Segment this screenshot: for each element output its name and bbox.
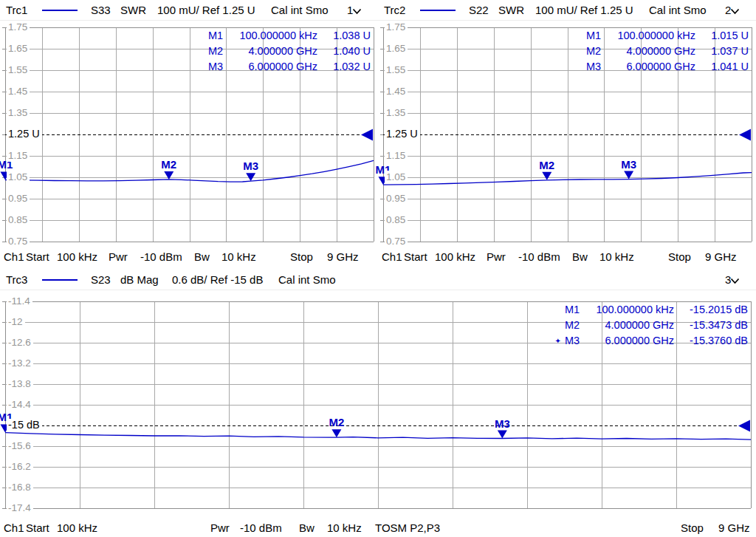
footer-item: Bw bbox=[299, 521, 315, 535]
footer-item: Stop bbox=[290, 250, 313, 264]
y-tick-label: 0.95 bbox=[7, 192, 30, 205]
footer-item: Pwr bbox=[109, 250, 128, 264]
footer-item: Ch1 bbox=[382, 250, 402, 264]
trace2-scale[interactable]: 100 mU/ Ref 1.25 U bbox=[535, 0, 633, 21]
footer-item: Ch1 bbox=[4, 521, 24, 535]
y-tick-label: 1.55 bbox=[7, 64, 30, 76]
marker-value: -15.2015 dB bbox=[680, 302, 748, 318]
marker-value: -15.3473 dB bbox=[680, 318, 748, 333]
trc2-trace[interactable] bbox=[383, 173, 752, 185]
trace2-format[interactable]: SWR bbox=[498, 0, 524, 21]
y-tick-label: 0.85 bbox=[7, 213, 30, 226]
footer-item: -10 dBm bbox=[240, 521, 282, 535]
trace3-measurement[interactable]: S23 bbox=[91, 270, 111, 290]
trc1-plot[interactable]: M1M2M31.751.651.551.451.351.25 U1.151.05… bbox=[0, 21, 378, 246]
y-tick-label: -16.2 bbox=[7, 460, 33, 473]
trace1-format[interactable]: SWR bbox=[120, 0, 146, 21]
channel-selector-3[interactable]: 3 bbox=[725, 270, 740, 290]
marker-info-table: M1100.000000 kHz1.015 UM24.000000 GHz1.0… bbox=[572, 28, 749, 75]
y-tick-label: -12.6 bbox=[7, 336, 33, 349]
footer-item: Bw bbox=[194, 250, 210, 264]
trace3-cal-status: Cal int Smo bbox=[278, 270, 336, 290]
marker-name: M1 bbox=[565, 302, 585, 318]
marker-M3-label: M3 bbox=[495, 417, 510, 430]
trc1-trace[interactable] bbox=[5, 160, 374, 182]
y-tick-label: 1.75 bbox=[7, 21, 30, 33]
marker-info-table: M1100.000000 kHz-15.2015 dBM24.000000 GH… bbox=[551, 302, 748, 349]
trace1-measurement[interactable]: S33 bbox=[91, 0, 111, 21]
footer-item: Pwr bbox=[210, 521, 230, 535]
y-tick-label: 0.85 bbox=[385, 213, 408, 226]
ref-level-arrow-icon[interactable] bbox=[361, 129, 373, 141]
marker-frequency: 100.000000 kHz bbox=[607, 28, 695, 44]
footer-item: Stop bbox=[668, 250, 691, 264]
marker-M2-icon[interactable] bbox=[164, 171, 173, 179]
ref-level-arrow-icon[interactable] bbox=[738, 420, 750, 432]
marker-name: M1 bbox=[208, 28, 229, 44]
marker-M2-icon[interactable] bbox=[542, 172, 551, 180]
trace3-scale[interactable]: 0.6 dB/ Ref -15 dB bbox=[172, 270, 263, 290]
y-tick-label: -11.4 bbox=[7, 295, 32, 307]
marker-info-row-M1: M1100.000000 kHz1.038 U bbox=[194, 28, 371, 44]
ref-level-arrow-icon[interactable] bbox=[739, 129, 751, 141]
marker-M2-label: M2 bbox=[539, 159, 554, 171]
trace3-header: Trc3 S23 dB Mag 0.6 dB/ Ref -15 dB Cal i… bbox=[0, 270, 756, 290]
marker-frequency: 100.000000 kHz bbox=[229, 28, 317, 44]
y-tick-label: 1.45 bbox=[7, 85, 30, 98]
marker-value: 1.032 U bbox=[323, 59, 371, 75]
ref-level-label: 1.25 U bbox=[7, 128, 42, 140]
footer-item: TOSM P2,P3 bbox=[375, 521, 440, 535]
footer-item: -10 dBm bbox=[140, 250, 182, 264]
trace3-format[interactable]: dB Mag bbox=[120, 270, 159, 290]
y-tick-label: -14.4 bbox=[7, 398, 33, 411]
diagram-trc2: Trc2 S22 SWR 100 mU/ Ref 1.25 U Cal int … bbox=[378, 0, 756, 270]
marker-M3-label: M3 bbox=[243, 160, 258, 172]
marker-frequency: 4.000000 GHz bbox=[585, 318, 674, 333]
vna-screen: Trc1 S33 SWR 100 mU/ Ref 1.25 U Cal int … bbox=[0, 0, 756, 537]
y-tick-label: 1.05 bbox=[385, 171, 408, 183]
y-tick-label: 1.35 bbox=[385, 106, 408, 119]
footer-item: Start bbox=[26, 250, 49, 264]
y-tick-label: 1.65 bbox=[7, 42, 30, 55]
trace1-header: Trc1 S33 SWR 100 mU/ Ref 1.25 U Cal int … bbox=[0, 0, 378, 21]
footer-item: 100 kHz bbox=[57, 250, 97, 264]
footer-item: 9 GHz bbox=[718, 521, 750, 535]
marker-name: M2 bbox=[208, 44, 229, 59]
trace2-color-line-icon bbox=[420, 10, 456, 11]
marker-value: -15.3760 dB bbox=[680, 333, 748, 349]
footer-item: -10 dBm bbox=[518, 250, 560, 264]
marker-frequency: 100.000000 kHz bbox=[585, 302, 674, 318]
marker-M3-icon[interactable] bbox=[246, 173, 255, 181]
trc2-plot[interactable]: M1M2M31.751.651.551.451.351.25 U1.151.05… bbox=[378, 21, 756, 246]
marker-M3-icon[interactable] bbox=[498, 431, 507, 439]
trace1-scale[interactable]: 100 mU/ Ref 1.25 U bbox=[157, 0, 255, 21]
trace1-name[interactable]: Trc1 bbox=[6, 0, 27, 21]
footer-item: 9 GHz bbox=[327, 250, 359, 264]
marker-M2-label: M2 bbox=[161, 158, 176, 171]
trace3-name[interactable]: Trc3 bbox=[6, 270, 27, 290]
marker-info-row-M3: ✦M36.000000 GHz-15.3760 dB bbox=[551, 333, 748, 349]
channel-number: 1 bbox=[347, 0, 353, 21]
marker-name: M2 bbox=[565, 318, 585, 333]
marker-name: M3 bbox=[208, 59, 229, 75]
channel-selector-1[interactable]: 1 bbox=[347, 0, 362, 21]
ref-level-label: -15 dB bbox=[7, 419, 42, 431]
trace1-cal-status: Cal int Smo bbox=[271, 0, 329, 21]
marker-frequency: 6.000000 GHz bbox=[607, 59, 695, 75]
footer-item: 10 kHz bbox=[327, 521, 362, 535]
marker-M2-icon[interactable] bbox=[331, 429, 341, 437]
channel1-footer-right: Ch1Start100 kHzPwr-10 dBmBw10 kHzStop9 G… bbox=[378, 246, 756, 270]
footer-item: 10 kHz bbox=[221, 250, 256, 264]
marker-info-row-M1: M1100.000000 kHz-15.2015 dB bbox=[551, 302, 748, 318]
footer-item: Ch1 bbox=[4, 250, 24, 264]
trace2-name[interactable]: Trc2 bbox=[384, 0, 405, 21]
marker-info-table: M1100.000000 kHz1.038 UM24.000000 GHz1.0… bbox=[194, 28, 371, 75]
y-tick-label: 1.15 bbox=[385, 149, 408, 162]
chevron-down-icon bbox=[730, 8, 740, 15]
trace2-measurement[interactable]: S22 bbox=[469, 0, 489, 21]
channel-selector-2[interactable]: 2 bbox=[725, 0, 740, 21]
trc3-plot[interactable]: M1M2M3-11.4-12-12.6-13.2-13.8-14.4-15 dB… bbox=[0, 290, 756, 517]
chevron-down-icon bbox=[352, 8, 362, 15]
footer-item: 9 GHz bbox=[705, 250, 737, 264]
y-tick-label: 1.45 bbox=[385, 85, 408, 98]
